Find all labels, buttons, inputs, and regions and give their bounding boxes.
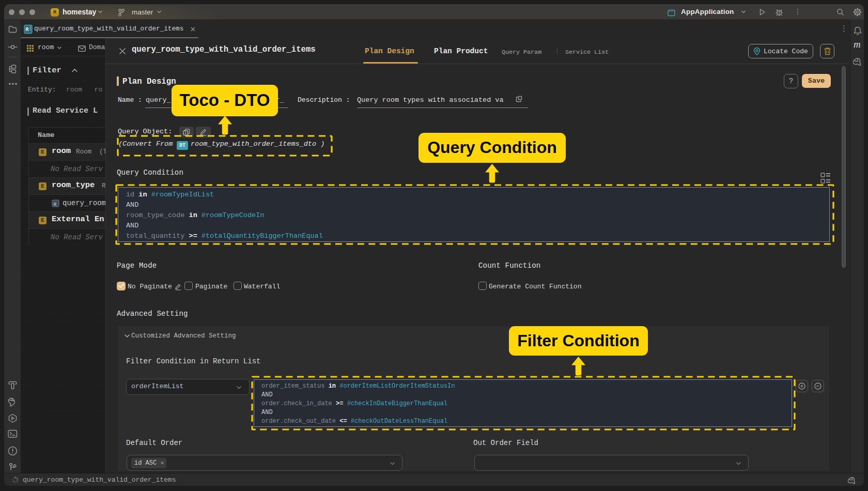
svg-text:R: R: [25, 26, 29, 33]
svg-text:R: R: [54, 202, 57, 207]
